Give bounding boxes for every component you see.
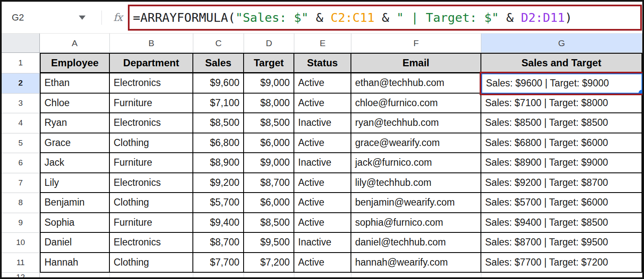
cell-department[interactable]: Electronics: [110, 173, 193, 193]
cell-status[interactable]: Inactive: [294, 113, 351, 133]
cell-header-email[interactable]: Email: [351, 53, 481, 73]
cell-employee[interactable]: Jack: [40, 153, 110, 173]
cell-department[interactable]: Furniture: [110, 153, 193, 173]
cell-email[interactable]: ryan@techhub.com: [351, 113, 481, 133]
cell-header-status[interactable]: Status: [294, 53, 351, 73]
column-header-a[interactable]: A: [40, 34, 110, 53]
cell-sales[interactable]: $7,700: [193, 253, 244, 273]
cell-target[interactable]: $6,000: [244, 193, 294, 213]
cell-sales[interactable]: $7,100: [193, 94, 244, 114]
row-header[interactable]: 2: [2, 73, 40, 94]
cell-sales-and-target[interactable]: Sales: $5700 | Target: $6000: [481, 193, 642, 213]
cell-target[interactable]: $8,500: [244, 213, 294, 233]
cell-employee[interactable]: Chloe: [40, 94, 110, 114]
cell-email[interactable]: benjamin@wearify.com: [351, 193, 481, 213]
cell-header-target[interactable]: Target: [244, 53, 294, 73]
cell-department[interactable]: Electronics: [110, 233, 193, 253]
empty-cell[interactable]: [110, 273, 193, 277]
cell-status[interactable]: Active: [294, 213, 351, 233]
row-header[interactable]: 4: [2, 113, 40, 133]
cell-sales-and-target[interactable]: Sales: $8700 | Target: $9500: [481, 233, 642, 253]
column-header-b[interactable]: B: [110, 34, 193, 53]
cell-target[interactable]: $7,200: [244, 253, 294, 273]
formula-input[interactable]: =ARRAYFORMULA("Sales: $" & C2:C11 & " | …: [128, 5, 642, 31]
row-header[interactable]: 1: [2, 53, 40, 73]
select-all-corner[interactable]: [2, 34, 40, 53]
cell-sales[interactable]: $9,400: [193, 213, 244, 233]
cell-department[interactable]: Electronics: [110, 73, 193, 94]
cell-sales[interactable]: $8,700: [193, 233, 244, 253]
cell-status[interactable]: Active: [294, 253, 351, 273]
cell-status[interactable]: Active: [294, 73, 351, 94]
cell-department[interactable]: Electronics: [110, 113, 193, 133]
cell-email[interactable]: sophia@furnico.com: [351, 213, 481, 233]
column-header-f[interactable]: F: [351, 34, 481, 53]
cell-target[interactable]: $8,700: [244, 173, 294, 193]
cell-department[interactable]: Clothing: [110, 253, 193, 273]
cell-sales[interactable]: $8,500: [193, 113, 244, 133]
cell-email[interactable]: ethan@techhub.com: [351, 73, 481, 94]
cell-sales-and-target[interactable]: Sales: $9400 | Target: $8500: [481, 213, 642, 233]
empty-cell[interactable]: [351, 273, 481, 277]
row-header[interactable]: 12: [2, 273, 40, 277]
cell-sales-and-target[interactable]: Sales: $8500 | Target: $8500: [481, 113, 642, 133]
cell-header-sales[interactable]: Sales: [193, 53, 244, 73]
cell-employee[interactable]: Grace: [40, 133, 110, 154]
cell-target[interactable]: $9,500: [244, 233, 294, 253]
row-header[interactable]: 7: [2, 173, 40, 193]
cell-sales-and-target[interactable]: Sales: $7700 | Target: $7200: [481, 253, 642, 273]
cell-employee[interactable]: Ethan: [40, 73, 110, 94]
cell-employee[interactable]: Sophia: [40, 213, 110, 233]
cell-sales[interactable]: $5,700: [193, 193, 244, 213]
cell-status[interactable]: Active: [294, 94, 351, 114]
cell-status[interactable]: Active: [294, 193, 351, 213]
chevron-down-icon[interactable]: [79, 16, 86, 20]
empty-cell[interactable]: [193, 273, 244, 277]
cell-target[interactable]: $9,000: [244, 153, 294, 173]
cell-sales-and-target[interactable]: Sales: $8900 | Target: $9000: [481, 153, 642, 173]
cell-employee[interactable]: Hannah: [40, 253, 110, 273]
cell-target[interactable]: $9,000: [244, 73, 294, 94]
column-header-c[interactable]: C: [193, 34, 244, 53]
cell-email[interactable]: jack@furnico.com: [351, 153, 481, 173]
column-header-e[interactable]: E: [294, 34, 351, 53]
cell-sales[interactable]: $6,800: [193, 133, 244, 154]
cell-header-employee[interactable]: Employee: [40, 53, 110, 73]
cell-employee[interactable]: Daniel: [40, 233, 110, 253]
cell-sales[interactable]: $9,200: [193, 173, 244, 193]
column-header-d[interactable]: D: [244, 34, 294, 53]
selected-cell-g2[interactable]: Sales: $9600 | Target: $9000: [481, 73, 642, 94]
column-header-g-selected[interactable]: G: [481, 34, 642, 53]
cell-department[interactable]: Clothing: [110, 133, 193, 154]
cell-employee[interactable]: Ryan: [40, 113, 110, 133]
cell-employee[interactable]: Benjamin: [40, 193, 110, 213]
empty-cell[interactable]: [481, 273, 642, 277]
row-header[interactable]: 9: [2, 213, 40, 233]
cell-email[interactable]: grace@wearify.com: [351, 133, 481, 154]
cell-status[interactable]: Inactive: [294, 153, 351, 173]
cell-email[interactable]: lily@techhub.com: [351, 173, 481, 193]
row-header[interactable]: 11: [2, 253, 40, 273]
cell-sales-and-target[interactable]: Sales: $7100 | Target: $8000: [481, 94, 642, 114]
name-box[interactable]: G2: [2, 12, 90, 23]
cell-status[interactable]: Active: [294, 173, 351, 193]
cell-sales[interactable]: $9,600: [193, 73, 244, 94]
cell-department[interactable]: Furniture: [110, 94, 193, 114]
row-header[interactable]: 5: [2, 133, 40, 154]
empty-cell[interactable]: [40, 273, 110, 277]
cell-email[interactable]: hannah@wearify.com: [351, 253, 481, 273]
cell-header-sales-and-target[interactable]: Sales and Target: [481, 53, 642, 73]
cell-employee[interactable]: Lily: [40, 173, 110, 193]
row-header[interactable]: 10: [2, 233, 40, 253]
cell-target[interactable]: $8,500: [244, 113, 294, 133]
cell-email[interactable]: daniel@techhub.com: [351, 233, 481, 253]
cell-header-department[interactable]: Department: [110, 53, 193, 73]
row-header[interactable]: 3: [2, 94, 40, 114]
cell-status[interactable]: Inactive: [294, 233, 351, 253]
cell-email[interactable]: chloe@furnico.com: [351, 94, 481, 114]
cell-sales-and-target[interactable]: Sales: $6800 | Target: $6000: [481, 133, 642, 154]
cell-status[interactable]: Active: [294, 133, 351, 154]
empty-cell[interactable]: [294, 273, 351, 277]
cell-department[interactable]: Clothing: [110, 193, 193, 213]
empty-cell[interactable]: [244, 273, 294, 277]
